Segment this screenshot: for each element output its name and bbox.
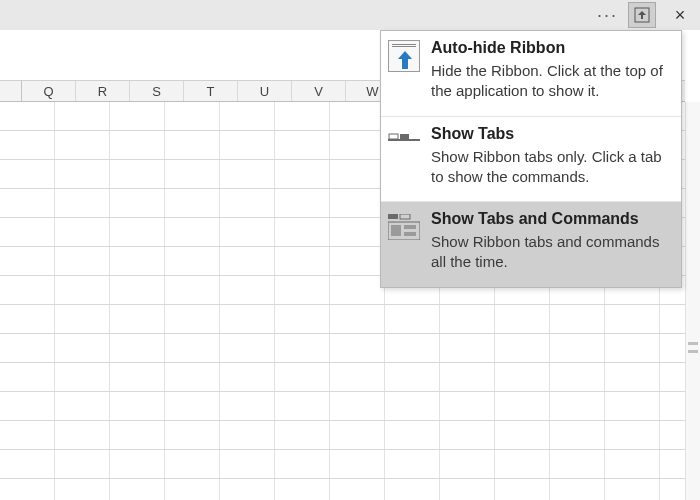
show-tabs-commands-icon [387, 210, 421, 244]
close-window-button[interactable]: × [660, 0, 700, 30]
svg-rect-4 [389, 134, 398, 139]
ribbon-display-options-button[interactable] [628, 2, 656, 28]
show-tabs-icon [387, 125, 421, 159]
svg-rect-9 [391, 225, 401, 236]
column-header[interactable]: V [292, 81, 346, 101]
svg-rect-11 [404, 232, 416, 236]
menu-item-show-tabs[interactable]: Show Tabs Show Ribbon tabs only. Click a… [381, 117, 681, 203]
svg-rect-10 [404, 225, 416, 229]
svg-marker-1 [638, 11, 646, 19]
overflow-menu-button[interactable]: ··· [591, 5, 624, 26]
titlebar: ··· × [0, 0, 700, 30]
svg-rect-5 [400, 134, 409, 139]
menu-item-auto-hide-ribbon[interactable]: Auto-hide Ribbon Hide the Ribbon. Click … [381, 31, 681, 117]
column-header[interactable]: Q [22, 81, 76, 101]
column-header[interactable]: S [130, 81, 184, 101]
menu-item-title: Show Tabs [431, 125, 671, 143]
svg-marker-2 [398, 51, 412, 69]
menu-item-desc: Show Ribbon tabs only. Click a tab to sh… [431, 147, 671, 188]
menu-item-show-tabs-and-commands[interactable]: Show Tabs and Commands Show Ribbon tabs … [381, 202, 681, 287]
vertical-scrollbar[interactable] [685, 102, 700, 500]
column-header[interactable]: R [76, 81, 130, 101]
select-all-corner[interactable] [0, 81, 22, 101]
column-header[interactable]: U [238, 81, 292, 101]
column-header[interactable]: T [184, 81, 238, 101]
scroll-marker [688, 350, 698, 353]
ribbon-display-options-menu: Auto-hide Ribbon Hide the Ribbon. Click … [380, 30, 682, 288]
scroll-marker [688, 342, 698, 345]
menu-item-title: Auto-hide Ribbon [431, 39, 671, 57]
svg-rect-7 [400, 214, 410, 219]
menu-item-desc: Hide the Ribbon. Click at the top of the… [431, 61, 671, 102]
menu-item-desc: Show Ribbon tabs and commands all the ti… [431, 232, 671, 273]
menu-item-title: Show Tabs and Commands [431, 210, 671, 228]
svg-rect-6 [388, 214, 398, 219]
ribbon-display-icon [634, 7, 650, 23]
auto-hide-ribbon-icon [387, 39, 421, 73]
